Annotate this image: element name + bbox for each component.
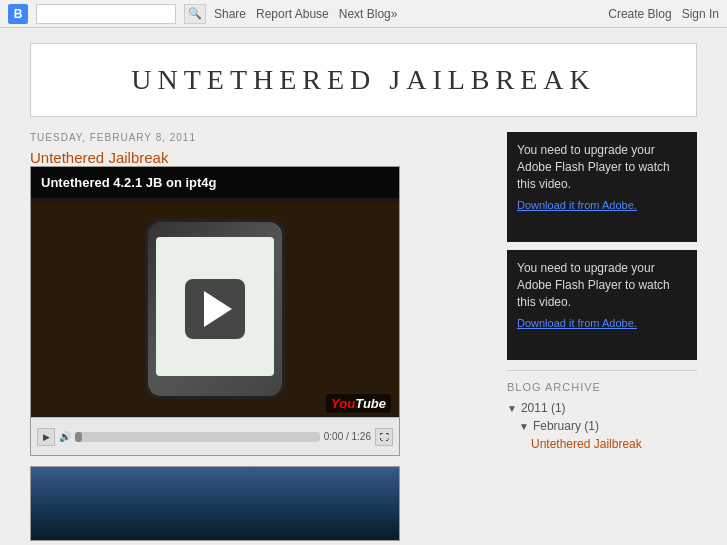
month-triangle-icon: ▼	[519, 421, 529, 432]
archive-post-link[interactable]: Untethered Jailbreak	[531, 437, 697, 451]
flash-download-link-1[interactable]: Download it from Adobe.	[517, 198, 687, 213]
content-area: TUESDAY, FEBRUARY 8, 2011 Untethered Jai…	[30, 132, 697, 541]
year-triangle-icon: ▼	[507, 403, 517, 414]
blog-archive-section: BLOG ARCHIVE ▼ 2011 (1) ▼ February (1) U…	[507, 381, 697, 451]
fullscreen-button[interactable]: ⛶	[375, 428, 393, 446]
report-abuse-link[interactable]: Report Abuse	[256, 7, 329, 21]
progress-fill	[75, 432, 82, 442]
video-title: Untethered 4.2.1 JB on ipt4g	[31, 167, 399, 198]
video-play-area	[31, 202, 399, 415]
volume-icon: 🔊	[59, 431, 71, 442]
archive-year-2011[interactable]: ▼ 2011 (1)	[507, 401, 697, 415]
post-thumbnail	[30, 466, 400, 541]
share-link[interactable]: Share	[214, 7, 246, 21]
next-blog-link[interactable]: Next Blog»	[339, 7, 398, 21]
flash-notice-text-2: You need to upgrade your Adobe Flash Pla…	[517, 260, 687, 310]
main-column: TUESDAY, FEBRUARY 8, 2011 Untethered Jai…	[30, 132, 492, 541]
topbar-links: Share Report Abuse Next Blog»	[214, 7, 397, 21]
archive-month-february[interactable]: ▼ February (1)	[519, 419, 697, 433]
sidebar-divider	[507, 370, 697, 371]
archive-month-label: February (1)	[533, 419, 599, 433]
play-button[interactable]	[185, 279, 245, 339]
topbar-right: Create Blog Sign In	[608, 7, 719, 21]
flash-notice-2: You need to upgrade your Adobe Flash Pla…	[507, 250, 697, 360]
post-title[interactable]: Untethered Jailbreak	[30, 149, 168, 166]
archive-title: BLOG ARCHIVE	[507, 381, 697, 393]
play-triangle-icon	[204, 291, 232, 327]
post-date: TUESDAY, FEBRUARY 8, 2011	[30, 132, 492, 143]
create-blog-link[interactable]: Create Blog	[608, 7, 671, 21]
archive-year-label: 2011 (1)	[521, 401, 566, 415]
play-pause-button[interactable]: ▶	[37, 428, 55, 446]
blog-header: UNTETHERED JAILBREAK	[30, 43, 697, 117]
search-button[interactable]: 🔍	[184, 4, 206, 24]
sign-in-link[interactable]: Sign In	[682, 7, 719, 21]
flash-notice-text-1: You need to upgrade your Adobe Flash Pla…	[517, 142, 687, 192]
flash-notice-1: You need to upgrade your Adobe Flash Pla…	[507, 132, 697, 242]
video-controls: ▶ 🔊 0:00 / 1:26 ⛶	[31, 417, 399, 455]
sidebar: You need to upgrade your Adobe Flash Pla…	[507, 132, 697, 541]
video-player: Untethered 4.2.1 JB on ipt4g YouTube	[30, 166, 400, 456]
progress-bar[interactable]	[75, 432, 320, 442]
blogger-logo: B	[8, 4, 28, 24]
youtube-icon: You	[331, 396, 355, 411]
flash-download-link-2[interactable]: Download it from Adobe.	[517, 316, 687, 331]
search-input[interactable]	[36, 4, 176, 24]
page-wrapper: UNTETHERED JAILBREAK TUESDAY, FEBRUARY 8…	[0, 43, 727, 545]
youtube-logo: YouTube	[326, 394, 391, 413]
time-display: 0:00 / 1:26	[324, 431, 371, 442]
archive-tree: ▼ 2011 (1) ▼ February (1) Untethered Jai…	[507, 401, 697, 451]
blog-title: UNTETHERED JAILBREAK	[61, 64, 666, 96]
topbar: B 🔍 Share Report Abuse Next Blog» Create…	[0, 0, 727, 28]
